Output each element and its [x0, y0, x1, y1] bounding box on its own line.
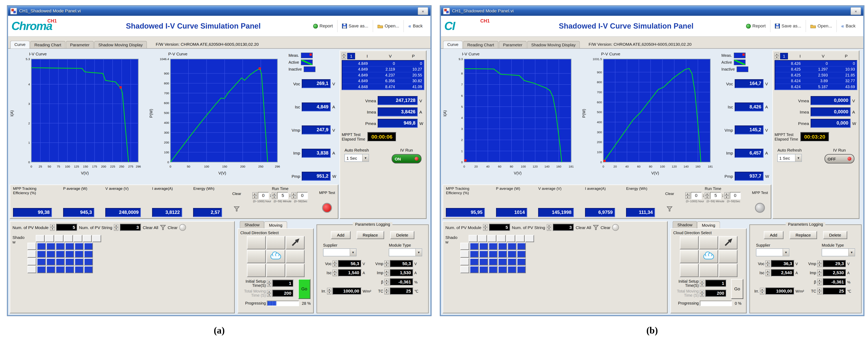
pv-string-input[interactable]: 3	[553, 224, 574, 231]
shadow-cell[interactable]	[27, 266, 36, 273]
shadow-cell[interactable]	[37, 266, 46, 273]
shadow-cell[interactable]	[479, 258, 488, 266]
log-voc-stepper[interactable]: ▲▼	[766, 260, 770, 267]
direction-cell[interactable]	[247, 236, 266, 249]
log-beta-input[interactable]: -0,361	[823, 279, 846, 286]
shadow-cell[interactable]	[517, 258, 526, 266]
log-tc-input[interactable]: 25	[823, 288, 846, 295]
minute-stepper[interactable]: ▲▼	[705, 192, 709, 199]
shadow-cell[interactable]	[45, 235, 54, 242]
log-vmp-input[interactable]: 50,3	[390, 260, 413, 268]
total-moving-stepper[interactable]: ▲▼	[700, 290, 704, 297]
direction-cell[interactable]	[680, 264, 699, 277]
shadow-cell[interactable]	[65, 258, 74, 266]
replace-button[interactable]: Replace	[356, 231, 384, 239]
initial-setup-input[interactable]: 1	[273, 280, 293, 287]
shadow-cell[interactable]	[489, 243, 497, 250]
shadow-cell[interactable]	[507, 251, 516, 258]
shadow-cell[interactable]	[83, 235, 92, 242]
log-vmp-stepper[interactable]: ▲▼	[384, 260, 389, 267]
shadow-cell[interactable]	[479, 243, 488, 250]
shadow-cell[interactable]	[516, 235, 525, 242]
log-tc-stepper[interactable]: ▲▼	[817, 288, 822, 294]
module-type-select[interactable]: ▼	[389, 249, 422, 256]
log-imp-stepper[interactable]: ▲▼	[384, 270, 389, 276]
shadow-cell[interactable]	[56, 266, 65, 273]
supplier-select[interactable]: ▼	[323, 249, 356, 256]
log-beta-stepper[interactable]: ▲▼	[384, 279, 389, 285]
tab-parameter[interactable]: Parameter	[66, 41, 94, 48]
go-button[interactable]: Go	[731, 279, 743, 299]
direction-cell[interactable]	[266, 250, 285, 263]
tab-shadow-moving-display[interactable]: Shadow Moving Display	[527, 41, 580, 48]
delete-button[interactable]: Delete	[823, 231, 847, 239]
log-isc-stepper[interactable]: ▲▼	[333, 270, 337, 276]
log-vmp-stepper[interactable]: ▲▼	[817, 260, 822, 267]
shadow-cell[interactable]	[517, 266, 526, 273]
shadow-cell[interactable]	[470, 243, 478, 250]
delete-button[interactable]: Delete	[390, 231, 414, 239]
shadow-cell[interactable]	[507, 243, 516, 250]
shadow-cell[interactable]	[497, 235, 506, 242]
clear-shadow-knob[interactable]	[179, 224, 186, 231]
pv-module-input[interactable]: 5	[56, 224, 77, 231]
shadow-cell[interactable]	[46, 251, 55, 258]
log-beta-stepper[interactable]: ▲▼	[817, 279, 822, 285]
shadow-cell[interactable]	[460, 258, 469, 266]
log-isc-input[interactable]: 2,540	[771, 269, 794, 277]
shadow-cell[interactable]	[65, 266, 74, 273]
tab-moving[interactable]: Moving	[264, 221, 287, 229]
run-minutes-input[interactable]: 5	[277, 192, 288, 199]
shadow-cell[interactable]	[498, 258, 507, 266]
pv-string-input[interactable]: 3	[120, 224, 141, 231]
module-type-select[interactable]: ▼	[822, 249, 855, 256]
shadow-cell[interactable]	[84, 258, 93, 266]
direction-cell[interactable]	[718, 264, 738, 277]
save-as-button[interactable]: Save as...	[337, 20, 373, 32]
shadow-cell[interactable]	[469, 235, 477, 242]
mpp-test-button[interactable]	[322, 203, 332, 213]
tab-curve[interactable]: Curve	[10, 41, 30, 49]
shadow-cell[interactable]	[489, 266, 497, 273]
tab-reading-chart[interactable]: Reading Chart	[30, 41, 65, 48]
clear-icon[interactable]	[234, 206, 240, 212]
shadow-cell[interactable]	[73, 235, 82, 242]
run-seconds-input[interactable]: 0	[297, 192, 308, 199]
back-button[interactable]: « Back	[836, 20, 860, 32]
direction-cell[interactable]	[266, 264, 285, 277]
shadow-cell[interactable]	[55, 235, 63, 242]
pv-string-stepper[interactable]: ▲▼	[547, 224, 551, 231]
hour-stepper[interactable]: ▲▼	[685, 192, 690, 199]
iv-run-toggle[interactable]: ON	[392, 154, 422, 163]
run-minutes-input[interactable]: 5	[710, 192, 721, 199]
shadow-cell[interactable]	[478, 235, 487, 242]
direction-cell[interactable]	[718, 236, 738, 249]
log-voc-input[interactable]: 56,3	[338, 260, 362, 268]
shadow-cell[interactable]	[46, 266, 55, 273]
shadow-cell[interactable]	[498, 243, 507, 250]
run-hours-input[interactable]: 0	[258, 192, 269, 199]
shadow-cell[interactable]	[84, 243, 93, 250]
run-hours-input[interactable]: 0	[691, 192, 702, 199]
shadow-cell[interactable]	[46, 258, 55, 266]
add-button[interactable]: Add	[331, 231, 350, 239]
tab-shadow-moving-display[interactable]: Shadow Moving Display	[94, 41, 147, 48]
shadow-cell[interactable]	[27, 243, 36, 250]
shadow-cell[interactable]	[517, 243, 526, 250]
shadow-cell[interactable]	[84, 266, 93, 273]
direction-cell[interactable]	[699, 236, 718, 249]
tab-moving[interactable]: Moving	[697, 221, 720, 229]
shadow-cell[interactable]	[64, 235, 73, 242]
clear-all-icon[interactable]	[160, 225, 166, 230]
shadow-cell[interactable]	[92, 235, 101, 242]
second-stepper[interactable]: ▲▼	[291, 192, 296, 199]
pv-string-stepper[interactable]: ▲▼	[114, 224, 118, 231]
shadow-cell[interactable]	[488, 235, 496, 242]
clear-icon[interactable]	[667, 206, 673, 212]
shadow-cell[interactable]	[74, 258, 84, 266]
pv-module-input[interactable]: 5	[489, 224, 510, 231]
minute-stepper[interactable]: ▲▼	[272, 192, 276, 199]
log-voc-stepper[interactable]: ▲▼	[333, 260, 337, 267]
tab-reading-chart[interactable]: Reading Chart	[463, 41, 498, 48]
log-tc-stepper[interactable]: ▲▼	[384, 288, 389, 294]
